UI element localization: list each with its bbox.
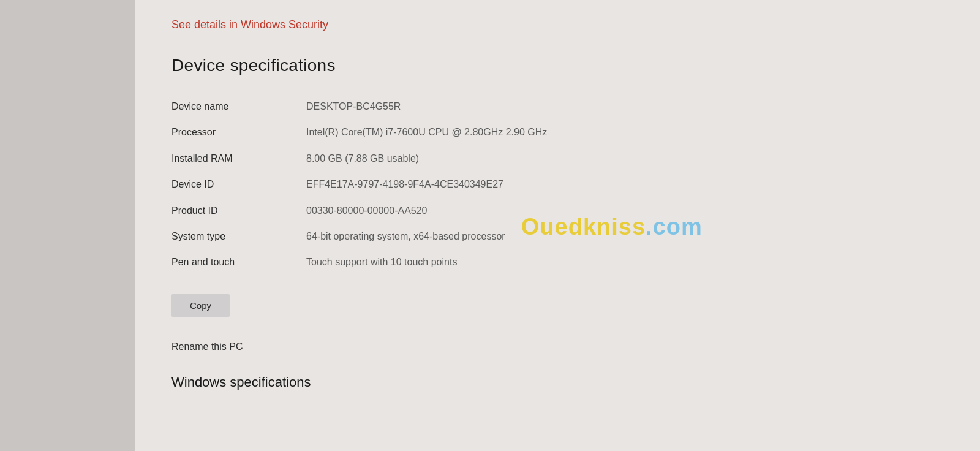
main-content: See details in Windows Security Device s…: [135, 0, 980, 451]
spec-value: DESKTOP-BC4G55R: [294, 94, 943, 119]
rename-pc-link[interactable]: Rename this PC: [172, 341, 243, 352]
spec-label: Product ID: [172, 198, 294, 224]
left-sidebar: [0, 0, 135, 451]
spec-value: EFF4E17A-9797-4198-9F4A-4CE340349E27: [294, 172, 943, 197]
spec-label: Pen and touch: [172, 249, 294, 275]
spec-label: Installed RAM: [172, 146, 294, 172]
specs-table: Device nameDESKTOP-BC4G55RProcessorIntel…: [172, 94, 943, 276]
spec-value: Intel(R) Core(TM) i7-7600U CPU @ 2.80GHz…: [294, 119, 943, 145]
spec-label: Processor: [172, 119, 294, 145]
spec-value: 00330-80000-00000-AA520: [294, 198, 943, 224]
spec-value: 64-bit operating system, x64-based proce…: [294, 224, 943, 249]
windows-specs-title: Windows specifications: [172, 365, 943, 390]
spec-value: Touch support with 10 touch points: [294, 249, 943, 275]
device-specs-title: Device specifications: [172, 56, 943, 75]
spec-label: Device ID: [172, 172, 294, 197]
spec-value: 8.00 GB (7.88 GB usable): [294, 146, 943, 172]
see-details-link[interactable]: See details in Windows Security: [172, 18, 328, 31]
spec-label: Device name: [172, 94, 294, 119]
spec-label: System type: [172, 224, 294, 249]
copy-button[interactable]: Copy: [172, 294, 230, 317]
